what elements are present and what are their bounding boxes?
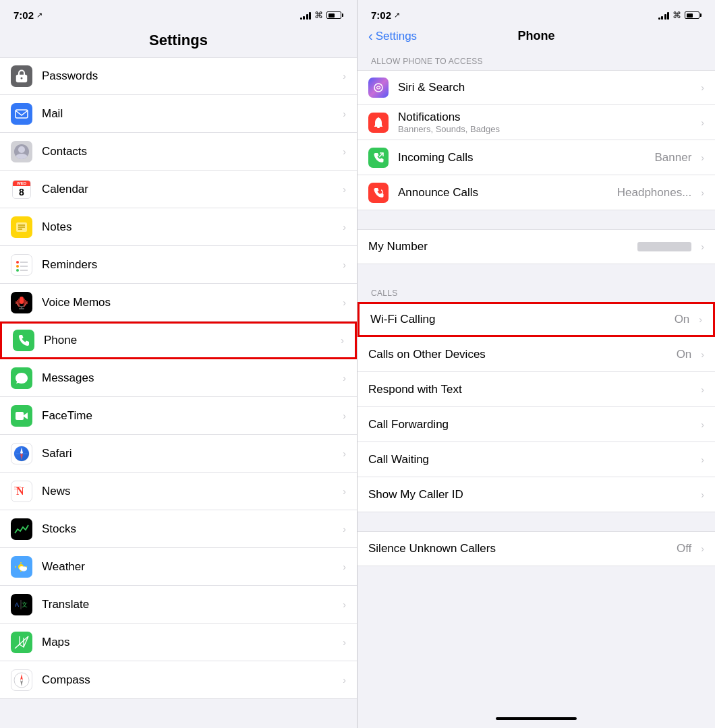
allow-list: Siri & Search › Notifications Banners, S… xyxy=(358,70,715,210)
silence-chevron: › xyxy=(701,543,704,554)
mail-chevron: › xyxy=(343,109,346,119)
wifi-calling-text: Wi-Fi Calling xyxy=(370,313,675,326)
settings-item-calendar[interactable]: WED 8 Calendar › xyxy=(0,171,357,208)
settings-item-phone[interactable]: Phone › xyxy=(0,322,357,359)
settings-title: Settings xyxy=(0,26,357,57)
mail-icon xyxy=(11,103,32,125)
siri-search-text: Siri & Search xyxy=(398,81,695,94)
notifications-icon xyxy=(368,113,389,133)
incoming-calls-value: Banner xyxy=(655,151,692,164)
call-waiting-text: Call Waiting xyxy=(368,453,695,466)
settings-item-compass[interactable]: Compass › xyxy=(0,661,357,699)
incoming-calls-label: Incoming Calls xyxy=(398,151,655,164)
wifi-calling-label: Wi-Fi Calling xyxy=(370,313,675,326)
messages-chevron: › xyxy=(343,373,346,384)
calls-other-chevron: › xyxy=(701,349,704,360)
news-icon: N xyxy=(11,481,32,502)
passwords-icon xyxy=(11,65,32,87)
my-number-item[interactable]: My Number › xyxy=(358,229,715,264)
call-waiting-chevron: › xyxy=(701,454,704,465)
status-icons-right: ⌘ xyxy=(658,10,702,20)
settings-item-weather[interactable]: Weather › xyxy=(0,548,357,586)
status-bar-left: 7:02 ↗ ⌘ xyxy=(0,0,357,26)
caller-id-chevron: › xyxy=(701,489,704,500)
facetime-chevron: › xyxy=(343,411,346,421)
calls-other-label: Calls on Other Devices xyxy=(368,348,677,361)
right-panel: 7:02 ↗ ⌘ ‹ Settings Phone ALLOW PHONE TO… xyxy=(358,0,715,728)
siri-search-item[interactable]: Siri & Search › xyxy=(358,70,715,105)
calls-other-item[interactable]: Calls on Other Devices On › xyxy=(358,337,715,372)
safari-chevron: › xyxy=(343,448,346,459)
facetime-label: FaceTime xyxy=(42,409,337,423)
settings-item-translate[interactable]: A 文 Translate › xyxy=(0,586,357,624)
settings-item-passwords[interactable]: Passwords › xyxy=(0,57,357,95)
contacts-chevron: › xyxy=(343,146,346,157)
calendar-label: Calendar xyxy=(42,183,337,196)
maps-icon xyxy=(11,632,32,653)
wifi-calling-chevron: › xyxy=(699,314,702,325)
respond-text-item[interactable]: Respond with Text › xyxy=(358,372,715,407)
respond-text-label: Respond with Text xyxy=(368,383,695,396)
settings-item-safari[interactable]: Safari › xyxy=(0,435,357,473)
phone-header: ‹ Settings Phone xyxy=(358,26,715,51)
svg-rect-31 xyxy=(14,487,21,487)
settings-item-voicememos[interactable]: Voice Memos › xyxy=(0,284,357,322)
call-forwarding-item[interactable]: Call Forwarding › xyxy=(358,407,715,442)
wifi-icon-left: ⌘ xyxy=(314,10,323,20)
notifications-sublabel: Banners, Sounds, Badges xyxy=(398,124,695,134)
caller-id-item[interactable]: Show My Caller ID › xyxy=(358,477,715,512)
announce-calls-label: Announce Calls xyxy=(398,186,617,200)
reminders-icon xyxy=(11,254,32,276)
settings-item-messages[interactable]: Messages › xyxy=(0,359,357,397)
notifications-chevron: › xyxy=(701,117,704,128)
time-left: 7:02 xyxy=(13,9,34,21)
settings-item-notes[interactable]: Notes › xyxy=(0,208,357,246)
silence-list: Silence Unknown Callers Off › xyxy=(358,531,715,566)
calendar-chevron: › xyxy=(343,184,346,195)
settings-item-facetime[interactable]: FaceTime › xyxy=(0,397,357,435)
settings-item-contacts[interactable]: Contacts › xyxy=(0,133,357,171)
incoming-calls-icon xyxy=(368,148,389,168)
phone-settings-content: ALLOW PHONE TO ACCESS Siri & Search › xyxy=(358,51,715,712)
news-chevron: › xyxy=(343,486,346,497)
silence-item[interactable]: Silence Unknown Callers Off › xyxy=(358,531,715,566)
announce-calls-chevron: › xyxy=(701,187,704,198)
maps-chevron: › xyxy=(343,637,346,648)
location-icon-left: ↗ xyxy=(36,11,42,20)
svg-text:A: A xyxy=(15,601,19,608)
settings-item-stocks[interactable]: Stocks › xyxy=(0,510,357,548)
announce-calls-item[interactable]: Announce Calls Headphones... › xyxy=(358,175,715,210)
notifications-item[interactable]: Notifications Banners, Sounds, Badges › xyxy=(358,105,715,140)
home-indicator xyxy=(496,717,577,720)
settings-item-mail[interactable]: Mail › xyxy=(0,95,357,133)
siri-search-chevron: › xyxy=(701,82,704,93)
svg-marker-44 xyxy=(15,636,28,648)
svg-rect-49 xyxy=(377,127,380,128)
translate-chevron: › xyxy=(343,599,346,610)
settings-item-maps[interactable]: Maps › xyxy=(0,624,357,661)
maps-label: Maps xyxy=(42,636,337,649)
contacts-icon xyxy=(11,141,32,162)
notifications-label: Notifications xyxy=(398,111,695,124)
my-number-text: My Number xyxy=(368,240,637,253)
settings-item-news[interactable]: N News › xyxy=(0,473,357,510)
settings-item-reminders[interactable]: Reminders › xyxy=(0,246,357,284)
back-button[interactable]: ‹ Settings xyxy=(368,28,417,44)
respond-text-chevron: › xyxy=(701,384,704,395)
svg-marker-47 xyxy=(20,680,23,686)
call-waiting-item[interactable]: Call Waiting › xyxy=(358,442,715,477)
svg-line-50 xyxy=(379,153,383,157)
weather-label: Weather xyxy=(42,560,337,574)
svg-rect-22 xyxy=(16,412,24,420)
calls-other-value: On xyxy=(677,348,692,361)
spacer-1 xyxy=(358,210,715,229)
weather-icon xyxy=(11,556,32,578)
wifi-calling-item[interactable]: Wi-Fi Calling On › xyxy=(358,302,715,337)
svg-point-8 xyxy=(16,265,19,268)
passwords-chevron: › xyxy=(343,71,346,82)
notes-label: Notes xyxy=(42,220,337,234)
calls-other-text: Calls on Other Devices xyxy=(368,348,677,361)
settings-list: Passwords › Mail › Contacts › xyxy=(0,57,357,728)
section-calls-header: CALLS xyxy=(358,283,715,302)
incoming-calls-item[interactable]: Incoming Calls Banner › xyxy=(358,140,715,175)
